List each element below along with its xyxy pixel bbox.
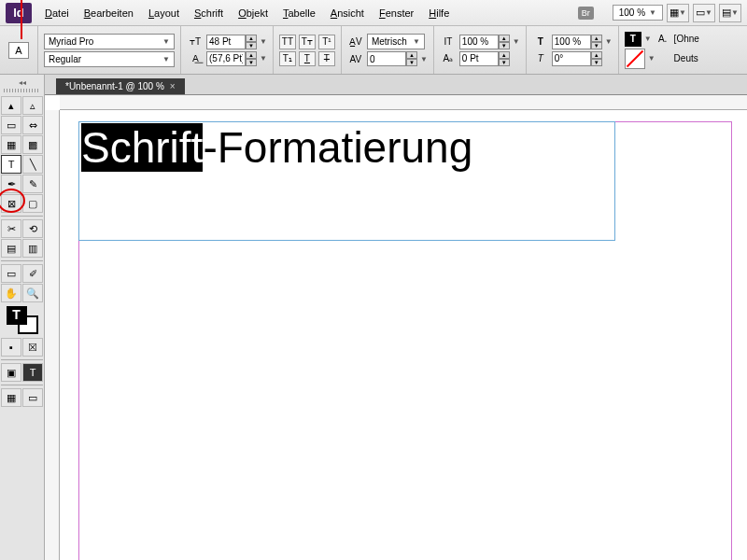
workspace: ◂◂ ▴ ▵ ▭ ⇔ ▦ ▩ T ╲ ✒ ✎ ⊠ ▢ ✂ ⟲ ▤ ▥ ▭ ✐ ✋…	[0, 75, 747, 560]
charstyle-label: [Ohne	[674, 34, 699, 44]
canvas-area: *Unbenannt-1 @ 100 % × Schrift-Formatier…	[45, 75, 747, 560]
rect-tool[interactable]: ▢	[22, 194, 43, 213]
vertical-ruler[interactable]	[45, 110, 60, 560]
hand-tool[interactable]: ✋	[1, 284, 21, 302]
zoom-tool[interactable]: 🔍	[22, 284, 43, 302]
underline-icon[interactable]: T	[299, 51, 316, 66]
view-options-icon[interactable]: ▦▼	[667, 4, 689, 22]
vscale-input[interactable]: ▲▼	[459, 35, 510, 49]
eyedropper-tool[interactable]: ✐	[22, 264, 43, 283]
apply-none-icon[interactable]: ☒	[22, 338, 43, 357]
hscale-input[interactable]: ▲▼	[552, 35, 602, 49]
screen-mode-icon[interactable]: ▭▼	[693, 4, 715, 22]
preview-view-icon[interactable]: T	[22, 363, 43, 382]
pencil-tool[interactable]: ✎	[22, 175, 43, 193]
vscale-icon: IT	[440, 35, 457, 49]
rect-frame-tool[interactable]: ⊠	[1, 194, 21, 213]
text-frame[interactable]: Schrift-Formatierung	[78, 121, 615, 241]
char-format-mode[interactable]: A	[8, 42, 28, 59]
menu-window[interactable]: Fenster	[372, 4, 421, 22]
font-size-input[interactable]: ▲▼	[206, 35, 257, 49]
menubar: Id Datei Bearbeiten Layout Schrift Objek…	[0, 0, 747, 26]
bridge-badge[interactable]: Br	[578, 7, 594, 20]
text-content[interactable]: Schrift-Formatierung	[79, 122, 614, 174]
normal-view-icon[interactable]: ▣	[1, 363, 21, 382]
gradient-feather-tool[interactable]: ▥	[22, 239, 43, 258]
collapse-icon[interactable]: ◂◂	[0, 78, 44, 87]
line-tool[interactable]: ╲	[22, 155, 43, 174]
screen-mode-tool-2[interactable]: ▭	[22, 388, 43, 407]
baseline-icon: Aₐ	[440, 51, 457, 66]
scissors-tool[interactable]: ✂	[1, 219, 21, 238]
menu-type[interactable]: Schrift	[187, 4, 231, 22]
page-tool[interactable]: ▭	[1, 116, 21, 134]
selected-text[interactable]: Schrift	[81, 123, 203, 172]
kerning-dropdown[interactable]: Metrisch▼	[367, 34, 425, 49]
leading-input[interactable]: ▲▼	[206, 51, 257, 66]
tracking-icon: AV	[347, 51, 364, 66]
font-size-icon: ᴛT	[187, 35, 204, 49]
screen-mode-tool[interactable]: ▦	[1, 388, 21, 407]
superscript-icon[interactable]: T¹	[318, 35, 335, 49]
leading-preset-dropdown[interactable]: ▼	[260, 54, 267, 63]
document-tab[interactable]: *Unbenannt-1 @ 100 % ×	[56, 78, 185, 94]
menu-file[interactable]: Datei	[37, 4, 77, 22]
unselected-text[interactable]: -Formatierung	[203, 123, 472, 172]
menu-layout[interactable]: Layout	[141, 4, 187, 22]
transform-tool[interactable]: ⟲	[22, 219, 43, 238]
tools-panel: ◂◂ ▴ ▵ ▭ ⇔ ▦ ▩ T ╲ ✒ ✎ ⊠ ▢ ✂ ⟲ ▤ ▥ ▭ ✐ ✋…	[0, 75, 45, 560]
fill-icon[interactable]: T	[625, 32, 641, 47]
pen-tool[interactable]: ✒	[1, 175, 21, 193]
tracking-input[interactable]: ▲▼	[367, 51, 417, 66]
arrange-icon[interactable]: ▤▼	[719, 4, 741, 22]
stroke-none-icon[interactable]	[625, 49, 645, 69]
font-family-dropdown[interactable]: Myriad Pro▼	[44, 34, 175, 49]
content-collector-tool[interactable]: ▦	[1, 135, 21, 154]
menu-table[interactable]: Tabelle	[275, 4, 323, 22]
skew-icon: T	[532, 51, 549, 66]
direct-selection-tool[interactable]: ▵	[22, 96, 43, 115]
type-tool[interactable]: T	[1, 155, 21, 174]
content-placer-tool[interactable]: ▩	[22, 135, 43, 154]
allcaps-icon[interactable]: TT	[279, 35, 296, 49]
note-tool[interactable]: ▭	[1, 264, 21, 283]
size-preset-dropdown[interactable]: ▼	[260, 37, 267, 46]
gradient-swatch-tool[interactable]: ▤	[1, 239, 21, 258]
selection-tool[interactable]: ▴	[1, 96, 21, 115]
font-style-dropdown[interactable]: Regular▼	[44, 51, 175, 67]
hscale-icon: T	[532, 35, 549, 49]
control-bar: A Myriad Pro▼ Regular▼ ᴛT ▲▼ ▼ A͟ ▲▼ ▼ T…	[0, 26, 747, 75]
language-label[interactable]: Deuts	[674, 53, 698, 63]
menu-view[interactable]: Ansicht	[323, 4, 372, 22]
close-tab-icon[interactable]: ×	[170, 81, 176, 91]
fill-stroke-swatch[interactable]: T	[7, 306, 38, 334]
zoom-level[interactable]: 100 %▼	[613, 5, 663, 21]
document-tabs: *Unbenannt-1 @ 100 % ×	[45, 75, 747, 95]
menu-edit[interactable]: Bearbeiten	[77, 4, 141, 22]
apply-color-icon[interactable]: ▪	[1, 338, 21, 357]
kerning-icon: A̲V	[347, 35, 364, 49]
menu-object[interactable]: Objekt	[231, 4, 275, 22]
menu-help[interactable]: Hilfe	[421, 4, 457, 22]
leading-icon: A͟	[187, 51, 204, 66]
skew-input[interactable]: ▲▼	[552, 51, 602, 66]
app-icon: Id	[6, 3, 32, 23]
subscript-icon[interactable]: T₁	[279, 51, 296, 66]
charstyle-icon: A.	[655, 32, 671, 47]
horizontal-ruler[interactable]	[60, 95, 747, 110]
smallcaps-icon[interactable]: Tᴛ	[299, 35, 316, 49]
gap-tool[interactable]: ⇔	[22, 116, 43, 134]
strikethrough-icon[interactable]: T	[318, 51, 335, 66]
baseline-input[interactable]: ▲▼	[459, 51, 510, 66]
